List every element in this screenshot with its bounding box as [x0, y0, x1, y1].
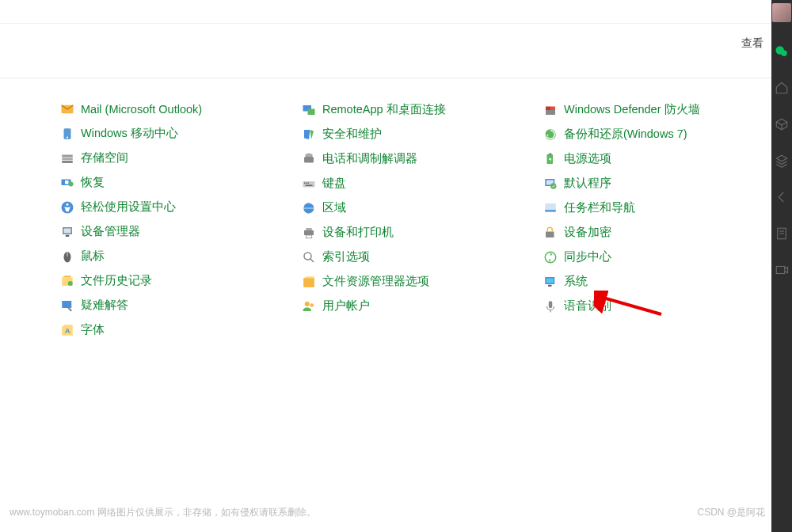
item-label: 设备加密: [564, 225, 611, 240]
item-device-manager[interactable]: 设备管理器: [60, 224, 302, 239]
item-label: 电源选项: [564, 151, 611, 166]
svg-rect-5: [62, 161, 73, 163]
item-label: 区域: [322, 200, 346, 215]
svg-point-2: [67, 136, 68, 138]
item-speech[interactable]: 语音识别: [543, 298, 765, 314]
item-taskbar[interactable]: 任务栏和导航: [543, 200, 765, 215]
taskbar-icon: [543, 201, 558, 215]
item-remoteapp[interactable]: RemoteApp 和桌面连接: [302, 102, 543, 117]
item-storage[interactable]: 存储空间: [60, 150, 302, 165]
item-mail[interactable]: Mail (Microsoft Outlook): [60, 102, 302, 116]
svg-point-16: [68, 281, 73, 286]
item-defender[interactable]: Windows Defender 防火墙: [543, 102, 765, 117]
item-label: Windows 移动中心: [81, 126, 178, 141]
security-icon: [302, 127, 316, 142]
box-icon[interactable]: [775, 117, 789, 131]
item-file-history[interactable]: 文件历史记录: [60, 273, 302, 288]
item-label: 备份和还原(Windows 7): [564, 127, 687, 142]
svg-rect-28: [304, 230, 314, 235]
backup-icon: [543, 127, 558, 142]
svg-line-32: [310, 258, 314, 262]
video-icon[interactable]: [775, 263, 789, 277]
keyboard-icon: [302, 177, 316, 191]
item-label: 用户帐户: [322, 298, 370, 314]
item-explorer-options[interactable]: 文件资源管理器选项: [302, 274, 543, 289]
svg-rect-50: [546, 278, 554, 283]
item-indexing[interactable]: 索引选项: [302, 249, 543, 264]
watermark-left: www.toymoban.com 网络图片仅供展示，非存储，如有侵权请联系删除。: [10, 506, 316, 519]
svg-rect-17: [62, 301, 71, 308]
item-label: 安全和维护: [322, 127, 382, 142]
item-label: RemoteApp 和桌面连接: [322, 102, 446, 117]
item-label: 疑难解答: [81, 298, 128, 313]
doc-icon[interactable]: [775, 226, 789, 241]
item-keyboard[interactable]: 键盘: [302, 176, 543, 191]
item-label: 轻松使用设置中心: [81, 200, 176, 215]
layer-icon[interactable]: [775, 154, 789, 168]
item-security[interactable]: 安全和维护: [302, 127, 543, 142]
back-icon[interactable]: [775, 190, 789, 204]
item-label: 设备管理器: [81, 224, 140, 239]
column-2: RemoteApp 和桌面连接 安全和维护 电话和调制解调器 键盘 区域 设备和…: [302, 102, 543, 337]
explorer-options-icon: [302, 275, 316, 289]
svg-rect-24: [306, 182, 307, 184]
device-manager-icon: [60, 225, 74, 239]
svg-rect-46: [545, 210, 556, 211]
item-device-encryption[interactable]: 设备加密: [543, 225, 765, 240]
avatar[interactable]: [772, 3, 791, 22]
svg-rect-3: [62, 154, 73, 157]
view-label[interactable]: 查看: [741, 36, 763, 51]
item-mouse[interactable]: 鼠标: [60, 249, 302, 264]
svg-rect-21: [304, 157, 314, 163]
svg-point-55: [781, 51, 787, 57]
speech-icon: [543, 299, 558, 314]
svg-rect-36: [546, 106, 550, 110]
item-user-accounts[interactable]: 用户帐户: [302, 298, 543, 314]
item-label: 鼠标: [81, 249, 105, 264]
item-label: 键盘: [322, 176, 346, 191]
svg-point-9: [67, 203, 69, 205]
item-label: 设备和打印机: [322, 225, 394, 240]
svg-point-44: [550, 183, 557, 189]
item-ease-access[interactable]: 轻松使用设置中心: [60, 200, 302, 215]
home-icon[interactable]: [775, 81, 789, 95]
ease-access-icon: [60, 200, 74, 215]
item-default-programs[interactable]: 默认程序: [543, 176, 765, 191]
svg-rect-20: [308, 108, 315, 115]
svg-rect-25: [308, 182, 310, 184]
item-backup[interactable]: 备份和还原(Windows 7): [543, 127, 765, 142]
svg-rect-51: [548, 284, 552, 286]
item-fonts[interactable]: A 字体: [60, 322, 302, 337]
item-label: 索引选项: [322, 249, 370, 264]
system-icon: [543, 275, 558, 289]
svg-rect-47: [546, 231, 554, 238]
power-icon: [543, 152, 558, 166]
item-mobility[interactable]: Windows 移动中心: [60, 126, 302, 141]
header-area: 查看: [0, 24, 792, 63]
mouse-icon: [60, 249, 74, 264]
svg-rect-33: [303, 278, 314, 287]
fonts-icon: A: [60, 323, 74, 337]
svg-rect-4: [62, 158, 73, 160]
svg-rect-11: [64, 228, 71, 233]
item-region[interactable]: 区域: [302, 200, 543, 215]
item-power[interactable]: 电源选项: [543, 151, 765, 166]
item-devices-printers[interactable]: 设备和打印机: [302, 225, 543, 240]
remoteapp-icon: [302, 103, 316, 117]
item-recovery[interactable]: 恢复: [60, 175, 302, 190]
wechat-icon[interactable]: [775, 44, 789, 59]
svg-point-35: [310, 303, 314, 307]
svg-rect-23: [304, 182, 306, 184]
phone-modem-icon: [302, 152, 316, 166]
item-label: 恢复: [81, 175, 105, 190]
item-label: 系统: [564, 274, 588, 289]
sync-icon: [543, 250, 558, 264]
svg-rect-59: [776, 267, 785, 274]
item-phone-modem[interactable]: 电话和调制解调器: [302, 151, 543, 166]
item-troubleshoot[interactable]: 疑难解答: [60, 298, 302, 313]
mobility-icon: [60, 127, 74, 141]
file-history-icon: [60, 274, 74, 288]
item-sync[interactable]: 同步中心: [543, 249, 765, 264]
region-icon: [302, 201, 316, 215]
item-system[interactable]: 系统: [543, 274, 765, 289]
